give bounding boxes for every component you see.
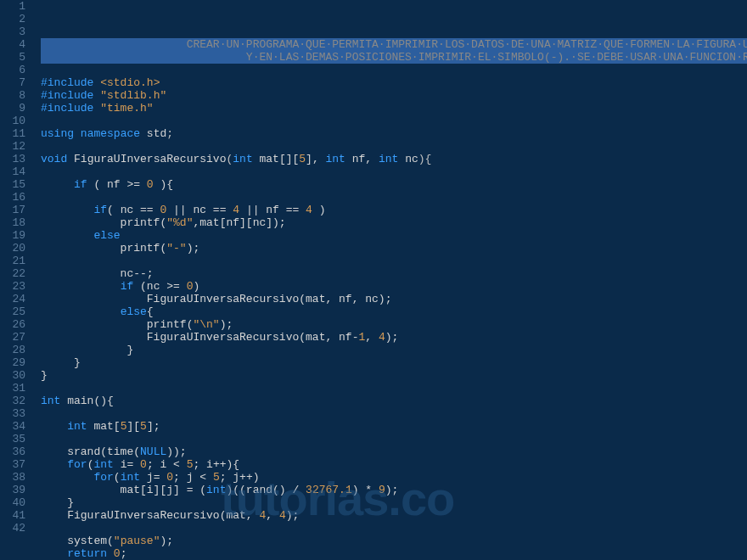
code-line[interactable] xyxy=(41,407,747,420)
line-number: 31 xyxy=(0,382,25,395)
code-line[interactable] xyxy=(41,433,747,445)
code-line[interactable] xyxy=(41,115,747,127)
code-token: #include xyxy=(41,102,100,115)
code-line[interactable]: if (nc >= 0) xyxy=(41,280,747,293)
code-line[interactable]: } xyxy=(41,369,747,382)
code-token: ,mat[nf][nc]); xyxy=(193,216,285,229)
code-token: 4 xyxy=(306,204,312,216)
code-token: int xyxy=(93,458,113,471)
code-token xyxy=(41,178,74,191)
code-token: int xyxy=(206,484,226,496)
code-token: ){ xyxy=(418,153,432,165)
line-number: 26 xyxy=(0,318,25,331)
code-token: 4 xyxy=(279,509,286,522)
line-number: 27 xyxy=(0,331,25,344)
line-number: 35 xyxy=(0,433,25,445)
code-token: if xyxy=(74,178,87,191)
code-line[interactable]: #include "time.h" xyxy=(41,102,747,115)
code-token: ( xyxy=(114,471,121,484)
code-token xyxy=(74,127,81,140)
code-line[interactable]: nc--; xyxy=(41,267,747,280)
code-token: <stdio.h> xyxy=(100,76,160,89)
code-line[interactable]: if ( nf >= 0 ){ xyxy=(41,178,747,191)
line-number: 4 xyxy=(0,38,25,51)
code-token: ); xyxy=(286,509,300,522)
code-area[interactable]: tutorias.co CREAR·UN·PROGRAMA·QUE·PERMIT… xyxy=(34,0,747,560)
code-line[interactable]: using namespace std; xyxy=(41,127,747,140)
code-token: 32767.1 xyxy=(306,484,352,496)
code-token: main(){ xyxy=(60,395,113,407)
code-line[interactable]: for(int j= 0; j < 5; j++) xyxy=(41,471,747,484)
code-line[interactable]: printf("-"); xyxy=(41,242,747,255)
code-token xyxy=(140,127,147,140)
code-token: else xyxy=(121,305,147,318)
code-line[interactable]: return 0; xyxy=(41,547,747,560)
code-line[interactable]: for(int i= 0; i < 5; i++){ xyxy=(41,458,747,471)
code-token: namespace xyxy=(81,127,140,140)
code-token: ) * xyxy=(352,484,379,496)
code-line[interactable]: Y·EN·LAS·DEMAS·POSICIONES·IMPRIMIR·EL·SI… xyxy=(41,51,747,64)
code-token: 0 xyxy=(166,471,173,484)
line-number: 39 xyxy=(0,484,25,496)
line-number: 5 xyxy=(0,51,25,64)
code-line[interactable]: printf("%d",mat[nf][nc]); xyxy=(41,216,747,229)
code-token: ) xyxy=(193,280,199,293)
code-token: (nc >= xyxy=(133,280,186,293)
code-token: } xyxy=(41,356,81,369)
line-number: 33 xyxy=(0,407,25,420)
code-token: ); xyxy=(187,242,200,255)
line-number: 24 xyxy=(0,293,25,305)
line-number: 13 xyxy=(0,153,25,165)
code-token xyxy=(41,280,121,293)
code-line[interactable]: mat[i][j] = (int)((rand() / 32767.1) * 9… xyxy=(41,484,747,496)
code-token: FiguraUInversaRecursivo(mat, nf- xyxy=(41,331,358,344)
code-token: nc--; xyxy=(41,267,154,280)
code-editor[interactable]: 1234567891011121314151617181920212223242… xyxy=(0,0,747,560)
code-line[interactable]: if( nc == 0 || nc == 4 || nf == 4 ) xyxy=(41,204,747,216)
code-token: j= xyxy=(140,471,166,484)
code-line[interactable]: system("pause"); xyxy=(41,535,747,547)
code-line[interactable] xyxy=(41,255,747,267)
code-token: FiguraUInversaRecursivo(mat, nf, nc); xyxy=(41,293,391,305)
code-line[interactable]: else{ xyxy=(41,305,747,318)
code-line[interactable]: void FiguraUInversaRecursivo(int mat[][5… xyxy=(41,153,747,165)
code-line[interactable]: int main(){ xyxy=(41,395,747,407)
code-token: FiguraUInversaRecursivo xyxy=(74,153,226,165)
code-token: ); xyxy=(160,535,173,547)
code-line[interactable]: else xyxy=(41,229,747,242)
code-line[interactable]: FiguraUInversaRecursivo(mat, nf-1, 4); xyxy=(41,331,747,344)
code-token: ) xyxy=(312,204,326,216)
code-line[interactable] xyxy=(41,140,747,153)
code-token: #include xyxy=(41,89,100,102)
code-line[interactable]: CREAR·UN·PROGRAMA·QUE·PERMITA·IMPRIMIR·L… xyxy=(41,38,747,51)
line-number: 9 xyxy=(0,102,25,115)
code-line[interactable] xyxy=(41,522,747,535)
code-token: 0 xyxy=(140,458,147,471)
code-line[interactable]: } xyxy=(41,496,747,509)
code-line[interactable] xyxy=(41,191,747,204)
code-line[interactable]: printf("\n"); xyxy=(41,318,747,331)
code-token: "stdlib.h" xyxy=(100,89,166,102)
line-number: 25 xyxy=(0,305,25,318)
code-line[interactable] xyxy=(41,165,747,178)
line-number: 32 xyxy=(0,395,25,407)
code-line[interactable]: #include "stdlib.h" xyxy=(41,89,747,102)
code-line[interactable]: int mat[5][5]; xyxy=(41,420,747,433)
code-line[interactable]: } xyxy=(41,344,747,356)
code-token: ][ xyxy=(126,420,140,433)
code-token: )); xyxy=(166,445,186,458)
code-token: int xyxy=(326,153,345,165)
code-token: std xyxy=(147,127,166,140)
code-line[interactable] xyxy=(41,64,747,76)
line-number: 18 xyxy=(0,216,25,229)
code-line[interactable]: #include <stdio.h> xyxy=(41,76,747,89)
code-line[interactable]: } xyxy=(41,356,747,369)
line-number: 40 xyxy=(0,496,25,509)
code-token: 0 xyxy=(114,547,121,560)
code-line[interactable]: FiguraUInversaRecursivo(mat, nf, nc); xyxy=(41,293,747,305)
code-line[interactable]: FiguraUInversaRecursivo(mat, 4, 4); xyxy=(41,509,747,522)
code-line[interactable]: srand(time(NULL)); xyxy=(41,445,747,458)
code-token: ; i < xyxy=(147,458,187,471)
code-line[interactable] xyxy=(41,382,747,395)
line-number: 42 xyxy=(0,522,25,535)
